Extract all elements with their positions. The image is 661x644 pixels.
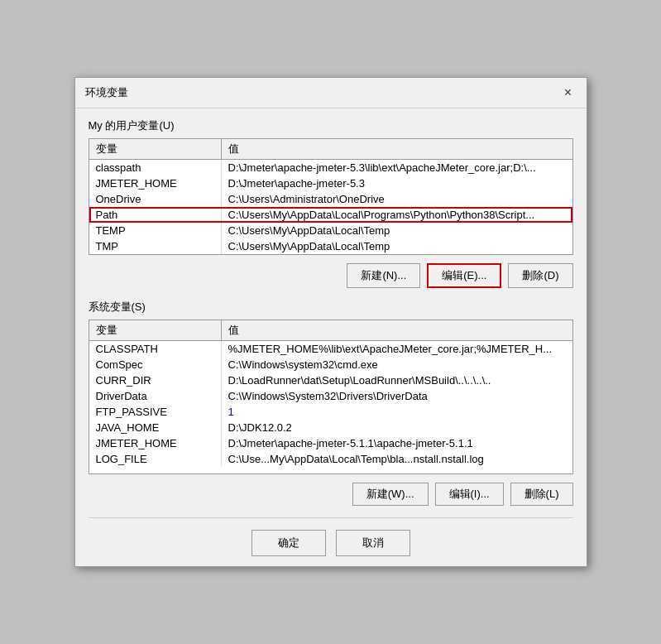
system-table-scroll[interactable]: CLASSPATH %JMETER_HOME%\lib\ext\ApacheJM…	[89, 341, 572, 473]
environment-variables-dialog: 环境变量 × My 的用户变量(U) 变量 值 classpath D:\Jme…	[74, 77, 587, 567]
row-var: CLASSPATH	[89, 341, 222, 357]
table-row[interactable]: classpath D:\Jmeter\apache-jmeter-5.3\li…	[89, 160, 572, 175]
row-var: FTP_PASSIVE	[89, 404, 222, 420]
row-var: JMETER_HOME	[89, 435, 222, 451]
user-delete-button[interactable]: 删除(D)	[508, 263, 572, 288]
title-bar: 环境变量 ×	[75, 78, 587, 108]
row-var: DriverData	[89, 388, 222, 404]
row-val: C:\Users\Administrator\OneDrive	[222, 191, 572, 207]
close-button[interactable]: ×	[560, 84, 577, 101]
row-val: D:\JDK12.0.2	[222, 420, 572, 435]
table-row[interactable]: JMETER_HOME D:\Jmeter\apache-jmeter-5.1.…	[89, 435, 572, 451]
table-row[interactable]: TMP C:\Users\My\AppData\Local\Temp	[89, 238, 572, 254]
user-header-val: 值	[222, 139, 572, 159]
system-delete-button[interactable]: 删除(L)	[510, 483, 573, 506]
row-var: TMP	[89, 238, 222, 254]
table-row[interactable]: TEMP C:\Users\My\AppData\Local\Temp	[89, 223, 572, 238]
table-row[interactable]: LOG_FILE C:\Use...My\AppData\Local\Temp\…	[89, 451, 572, 467]
user-section-label: My 的用户变量(U)	[89, 118, 573, 133]
table-row[interactable]: ComSpec C:\Windows\system32\cmd.exe	[89, 357, 572, 372]
row-var: CURR_DIR	[89, 372, 222, 388]
row-val: D:\Jmeter\apache-jmeter-5.1.1\apache-jme…	[222, 435, 572, 451]
row-var: Path	[89, 207, 222, 223]
dialog-title: 环境变量	[85, 85, 128, 100]
table-row[interactable]: FTP_PASSIVE 1	[89, 404, 572, 420]
system-table-header: 变量 值	[89, 320, 572, 341]
row-var: ComSpec	[89, 357, 222, 372]
user-table-header: 变量 值	[89, 139, 572, 160]
system-new-button[interactable]: 新建(W)...	[352, 483, 429, 506]
row-val: C:\Use...My\AppData\Local\Temp\bla...nst…	[222, 451, 572, 467]
footer-divider	[89, 517, 573, 518]
row-var: classpath	[89, 160, 222, 175]
row-val: C:\Users\My\AppData\Local\Temp	[222, 238, 572, 254]
table-row[interactable]: CLASSPATH %JMETER_HOME%\lib\ext\ApacheJM…	[89, 341, 572, 357]
row-val: D:\Jmeter\apache-jmeter-5.3\lib\ext\Apac…	[222, 160, 572, 175]
footer-buttons: 确定 取消	[89, 530, 573, 556]
system-header-var: 变量	[89, 320, 222, 340]
row-val: 1	[222, 404, 572, 420]
cancel-button[interactable]: 取消	[336, 530, 410, 556]
user-variables-table: 变量 值 classpath D:\Jmeter\apache-jmeter-5…	[89, 138, 573, 255]
table-row[interactable]: JAVA_HOME D:\JDK12.0.2	[89, 420, 572, 435]
row-var: LOG_FILE	[89, 451, 222, 467]
table-row[interactable]: DriverData C:\Windows\System32\Drivers\D…	[89, 388, 572, 404]
table-row[interactable]: OneDrive C:\Users\Administrator\OneDrive	[89, 191, 572, 207]
row-val: %JMETER_HOME%\lib\ext\ApacheJMeter_core.…	[222, 341, 572, 357]
row-var: TEMP	[89, 223, 222, 238]
row-val: C:\Windows\system32\cmd.exe	[222, 357, 572, 372]
system-variables-table: 变量 值 CLASSPATH %JMETER_HOME%\lib\ext\Apa…	[89, 320, 573, 474]
system-header-val: 值	[222, 320, 572, 340]
dialog-body: My 的用户变量(U) 变量 值 classpath D:\Jmeter\apa…	[75, 108, 587, 566]
ok-button[interactable]: 确定	[251, 530, 326, 556]
row-val: D:\Jmeter\apache-jmeter-5.3	[222, 175, 572, 191]
user-buttons-row: 新建(N)... 编辑(E)... 删除(D)	[89, 263, 573, 288]
row-var: OneDrive	[89, 191, 222, 207]
row-var: JMETER_HOME	[89, 175, 222, 191]
user-new-button[interactable]: 新建(N)...	[347, 263, 420, 288]
user-header-var: 变量	[89, 139, 222, 159]
table-row[interactable]: JMETER_HOME D:\Jmeter\apache-jmeter-5.3	[89, 175, 572, 191]
table-row[interactable]: CURR_DIR D:\LoadRunner\dat\Setup\LoadRun…	[89, 372, 572, 388]
row-val: C:\Windows\System32\Drivers\DriverData	[222, 388, 572, 404]
row-val: D:\LoadRunner\dat\Setup\LoadRunner\MSBui…	[222, 372, 572, 388]
system-section-label: 系统变量(S)	[89, 300, 573, 315]
system-buttons-row: 新建(W)... 编辑(I)... 删除(L)	[89, 483, 573, 506]
user-edit-button[interactable]: 编辑(E)...	[427, 263, 501, 288]
system-edit-button[interactable]: 编辑(I)...	[435, 483, 504, 506]
row-val: C:\Users\My\AppData\Local\Temp	[222, 223, 572, 238]
row-var: JAVA_HOME	[89, 420, 222, 435]
path-row[interactable]: Path C:\Users\My\AppData\Local\Programs\…	[89, 207, 572, 223]
row-val: C:\Users\My\AppData\Local\Programs\Pytho…	[222, 207, 572, 223]
